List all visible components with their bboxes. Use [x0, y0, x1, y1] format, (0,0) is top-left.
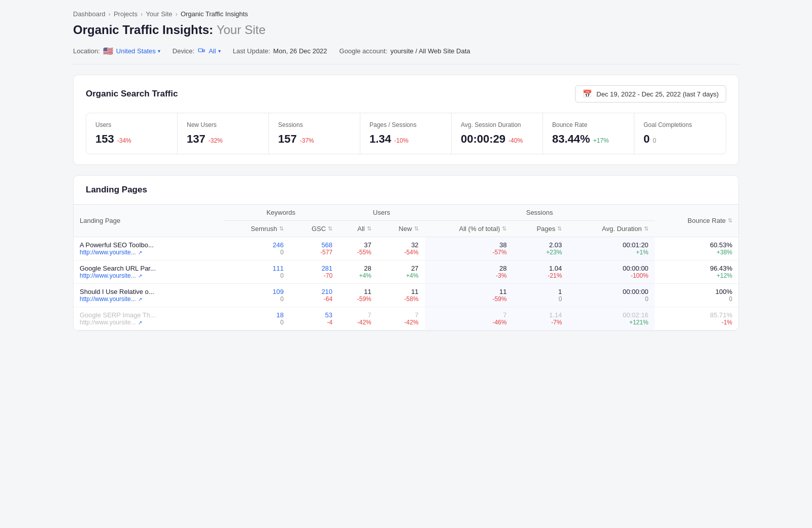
semrush-sub-2: 0 — [229, 295, 284, 303]
table-row: Google Search URL Par... http://www.your… — [74, 260, 738, 284]
avg-duration-sort-icon[interactable]: ⇅ — [644, 225, 649, 232]
th-sessions-all: All (% of total) ⇅ — [425, 221, 513, 237]
metric-value-6: 0 — [644, 133, 650, 146]
page-url-3[interactable]: http://www.yoursite... ↗ — [80, 319, 217, 326]
page-url-2[interactable]: http://www.yoursite... ↗ — [80, 295, 217, 303]
td-sessions-all-3: 7 -46% — [425, 307, 513, 331]
metric-card-3: Pages / Sessions 1.34 -10% — [360, 113, 452, 154]
td-bounce-rate-2: 100% 0 — [655, 284, 738, 307]
metric-value-4: 00:00:29 — [461, 133, 505, 146]
landing-header: Landing Pages — [74, 176, 738, 205]
users-all-sub-1: +4% — [345, 272, 371, 279]
gsc-sub-1: -70 — [296, 272, 332, 279]
date-range-button[interactable]: 📅 Dec 19, 2022 - Dec 25, 2022 (last 7 da… — [575, 85, 726, 103]
td-users-new-1: 27 +4% — [378, 260, 425, 284]
breadcrumb-chevron-2: › — [141, 10, 143, 18]
page-url-1[interactable]: http://www.yoursite... ↗ — [80, 272, 217, 279]
avg-duration-sub-2: 0 — [574, 295, 648, 303]
page-name-0: A Powerful SEO Toolbo... — [80, 241, 217, 249]
users-all-sort-icon[interactable]: ⇅ — [367, 225, 371, 232]
users-all-sub-0: -55% — [345, 249, 371, 256]
sessions-pages-sort-icon[interactable]: ⇅ — [557, 225, 562, 232]
td-sessions-all-2: 11 -59% — [425, 284, 513, 307]
location-value[interactable]: United States ▾ — [116, 47, 160, 55]
th-users-group: Users — [339, 205, 425, 221]
sessions-all-sort-icon[interactable]: ⇅ — [502, 225, 506, 232]
th-users-all: All ⇅ — [339, 221, 378, 237]
device-value[interactable]: All ▾ — [209, 47, 220, 55]
sessions-all-sub-0: -57% — [431, 249, 507, 256]
site-name: Your Site — [217, 23, 266, 37]
semrush-val-2: 109 — [229, 288, 284, 295]
semrush-sort-icon[interactable]: ⇅ — [279, 225, 284, 232]
svg-rect-1 — [203, 50, 205, 52]
gsc-val-2: 210 — [296, 288, 332, 295]
sessions-all-val-1: 28 — [431, 265, 507, 272]
gsc-sort-icon[interactable]: ⇅ — [328, 225, 332, 232]
td-landing-page-1: Google Search URL Par... http://www.your… — [74, 260, 223, 284]
metric-card-5: Bounce Rate 83.44% +17% — [543, 113, 634, 154]
location-label: Location: — [73, 47, 100, 55]
bounce-rate-sub-3: -1% — [661, 319, 732, 326]
users-new-sort-icon[interactable]: ⇅ — [414, 225, 419, 232]
td-semrush-3: 18 0 — [223, 307, 290, 331]
pages-sub-1: -21% — [519, 272, 562, 279]
gsc-val-1: 281 — [296, 265, 332, 272]
breadcrumb-dashboard[interactable]: Dashboard — [73, 10, 106, 18]
gsc-val-3: 53 — [296, 311, 332, 319]
td-semrush-2: 109 0 — [223, 284, 290, 307]
td-pages-2: 1 0 — [513, 284, 568, 307]
gsc-sub-3: -4 — [296, 319, 332, 326]
metric-label-5: Bounce Rate — [552, 121, 625, 128]
metric-card-2: Sessions 157 -37% — [269, 113, 360, 154]
pages-val-3: 1.14 — [519, 311, 562, 319]
breadcrumb-chevron-1: › — [109, 10, 111, 18]
td-users-new-0: 32 -54% — [378, 237, 425, 260]
metric-change-6: 0 — [653, 137, 656, 144]
breadcrumb-chevron-3: › — [176, 10, 178, 18]
landing-section: Landing Pages Landing Page Keywords User… — [73, 175, 739, 331]
avg-duration-sub-1: -100% — [574, 272, 648, 279]
page-name-3: Google SERP Image Th... — [80, 311, 217, 319]
td-bounce-rate-3: 85.71% -1% — [655, 307, 738, 331]
metric-value-row-2: 157 -37% — [278, 133, 351, 146]
td-gsc-3: 53 -4 — [290, 307, 339, 331]
breadcrumb-current: Organic Traffic Insights — [181, 10, 248, 18]
breadcrumb-yoursite[interactable]: Your Site — [146, 10, 172, 18]
users-new-val-3: 7 — [384, 311, 419, 319]
td-avg-duration-0: 00:01:20 +1% — [568, 237, 654, 260]
th-gsc: GSC ⇅ — [290, 221, 339, 237]
pages-sub-2: 0 — [519, 295, 562, 303]
users-all-val-0: 37 — [345, 241, 371, 249]
td-gsc-2: 210 -64 — [290, 284, 339, 307]
metric-value-3: 1.34 — [369, 133, 391, 146]
td-avg-duration-3: 00:02:16 +121% — [568, 307, 654, 331]
metric-change-0: -34% — [117, 137, 131, 144]
th-keywords-group: Keywords — [223, 205, 339, 221]
google-account-value: yoursite / All Web Site Data — [390, 47, 470, 55]
gsc-sub-2: -64 — [296, 295, 332, 303]
sessions-all-sub-1: -3% — [431, 272, 507, 279]
avg-duration-sub-0: +1% — [574, 249, 648, 256]
avg-duration-sub-3: +121% — [574, 319, 648, 326]
metric-value-row-3: 1.34 -10% — [369, 133, 442, 146]
pages-val-2: 1 — [519, 288, 562, 295]
metric-label-1: New Users — [187, 121, 259, 128]
breadcrumb-projects[interactable]: Projects — [114, 10, 138, 18]
device-label: Device: — [173, 47, 194, 55]
page-name-2: Should I Use Relative o... — [80, 288, 217, 295]
breadcrumb: Dashboard › Projects › Your Site › Organ… — [73, 10, 739, 18]
users-new-sub-1: +4% — [384, 272, 419, 279]
metric-value-5: 83.44% — [552, 133, 590, 146]
external-link-icon-3: ↗ — [138, 320, 142, 325]
page-url-0[interactable]: http://www.yoursite... ↗ — [80, 249, 217, 256]
pages-sub-0: +23% — [519, 249, 562, 256]
pages-sub-3: -7% — [519, 319, 562, 326]
last-update-item: Last Update: Mon, 26 Dec 2022 — [233, 47, 327, 55]
bounce-rate-sort-icon[interactable]: ⇅ — [728, 217, 732, 224]
td-bounce-rate-0: 60.53% +38% — [655, 237, 738, 260]
metrics-grid: Users 153 -34% New Users 137 -32% Sessio… — [86, 113, 726, 154]
users-new-val-0: 32 — [384, 241, 419, 249]
td-landing-page-3: Google SERP Image Th... http://www.yours… — [74, 307, 223, 331]
td-semrush-0: 246 0 — [223, 237, 290, 260]
